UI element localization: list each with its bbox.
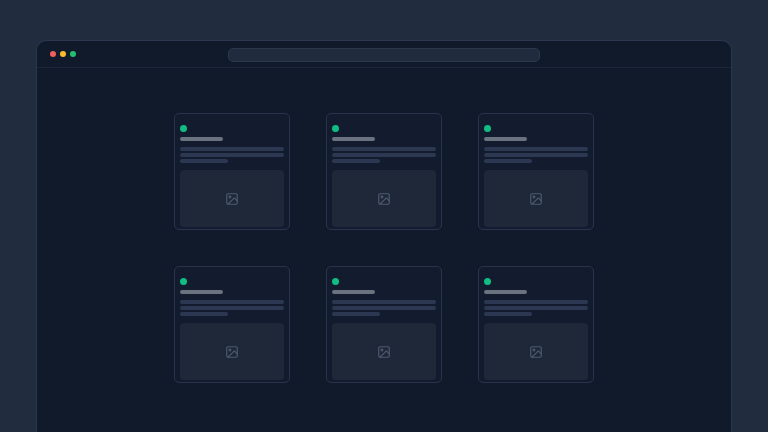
skeleton-title-line: [484, 137, 527, 141]
image-icon: [529, 192, 543, 206]
skeleton-title-line: [332, 290, 375, 294]
card[interactable]: [326, 113, 442, 230]
skeleton-text-line: [180, 147, 284, 151]
image-icon: [225, 192, 239, 206]
status-dot: [484, 125, 491, 132]
skeleton-text-line-short: [180, 312, 228, 316]
status-dot: [180, 278, 187, 285]
skeleton-text-line: [332, 147, 436, 151]
image-icon: [225, 345, 239, 359]
skeleton-text-line-short: [484, 312, 532, 316]
card[interactable]: [478, 113, 594, 230]
skeleton-text-line: [332, 153, 436, 157]
status-dot: [332, 278, 339, 285]
image-placeholder: [332, 323, 436, 380]
traffic-lights: [50, 51, 76, 57]
skeleton-title-line: [180, 290, 223, 294]
skeleton-text-line: [180, 306, 284, 310]
skeleton-text-line: [484, 153, 588, 157]
skeleton-text-line-short: [180, 159, 228, 163]
skeleton-title-line: [332, 137, 375, 141]
skeleton-text-line: [180, 300, 284, 304]
url-bar[interactable]: [228, 48, 540, 62]
skeleton-text-line-short: [484, 159, 532, 163]
window-titlebar: [37, 41, 731, 68]
image-placeholder: [332, 170, 436, 227]
skeleton-title-line: [484, 290, 527, 294]
close-button[interactable]: [50, 51, 56, 57]
skeleton-text-line: [180, 153, 284, 157]
skeleton-text-line: [484, 147, 588, 151]
desktop-background: [0, 0, 768, 432]
minimize-button[interactable]: [60, 51, 66, 57]
image-placeholder: [180, 323, 284, 380]
skeleton-text-line: [332, 300, 436, 304]
status-dot: [332, 125, 339, 132]
skeleton-text-line-short: [332, 312, 380, 316]
zoom-button[interactable]: [70, 51, 76, 57]
image-placeholder: [484, 170, 588, 227]
card[interactable]: [326, 266, 442, 383]
image-placeholder: [180, 170, 284, 227]
skeleton-title-line: [180, 137, 223, 141]
window-content: [37, 113, 731, 383]
skeleton-text-line: [484, 306, 588, 310]
image-icon: [377, 345, 391, 359]
skeleton-text-line: [484, 300, 588, 304]
status-dot: [180, 125, 187, 132]
skeleton-text-line-short: [332, 159, 380, 163]
status-dot: [484, 278, 491, 285]
card[interactable]: [478, 266, 594, 383]
image-placeholder: [484, 323, 588, 380]
image-icon: [529, 345, 543, 359]
image-icon: [377, 192, 391, 206]
browser-window: [36, 40, 732, 432]
card[interactable]: [174, 266, 290, 383]
skeleton-text-line: [332, 306, 436, 310]
card-grid: [174, 113, 594, 383]
card[interactable]: [174, 113, 290, 230]
